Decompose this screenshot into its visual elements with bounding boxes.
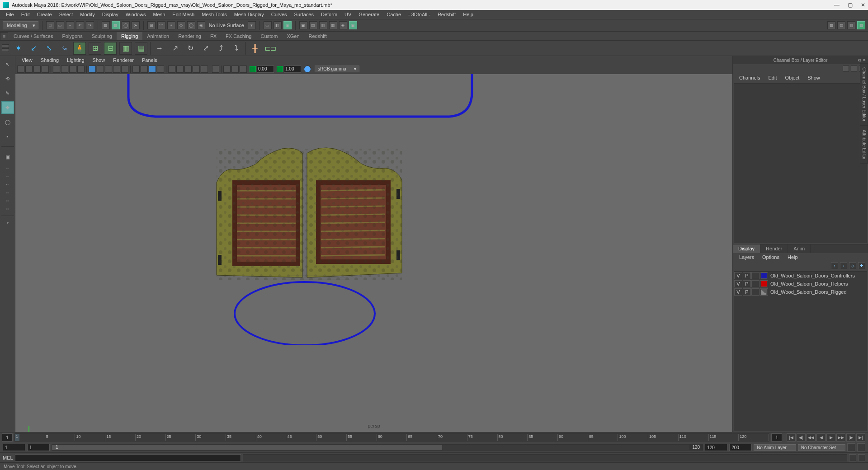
render-view-icon[interactable]: ▣	[349, 21, 357, 29]
vp-menu-lighting[interactable]: Lighting	[63, 57, 88, 63]
ik-spline-icon[interactable]: ⤡	[42, 42, 55, 55]
2d-pan-icon[interactable]	[42, 66, 49, 73]
shelf-tab-animation[interactable]: Animation	[142, 32, 174, 40]
menu-display[interactable]: Display	[99, 12, 122, 17]
shadows-icon[interactable]	[121, 66, 128, 73]
ipr-icon[interactable]: ▤	[309, 21, 317, 29]
cluster-icon[interactable]: ⊏⊐	[264, 42, 277, 55]
batch-icon[interactable]: ▥	[319, 21, 327, 29]
box2-icon[interactable]	[231, 66, 239, 73]
vp-menu-shading[interactable]: Shading	[37, 57, 62, 63]
wireframe-icon[interactable]	[89, 66, 96, 73]
layer-extra[interactable]	[751, 288, 760, 296]
range-end-input[interactable]	[729, 444, 752, 451]
range-slider[interactable]: 1 120	[52, 444, 703, 451]
hypershade-icon[interactable]: ◈	[339, 21, 347, 29]
depth-of-field-icon[interactable]	[193, 66, 200, 73]
layout-more-icon[interactable]: ▾	[2, 220, 14, 226]
layer-tab-anim[interactable]: Anim	[788, 244, 811, 253]
menu-select[interactable]: Select	[56, 12, 76, 17]
constraint-pole-icon[interactable]: ⤵	[230, 42, 243, 55]
render-icon[interactable]: ◉	[283, 21, 292, 29]
ik-handle-icon[interactable]: ↙	[27, 42, 40, 55]
range-in-input[interactable]	[27, 444, 50, 451]
maximize-button[interactable]: ▢	[848, 2, 853, 8]
menu-generate[interactable]: Generate	[355, 12, 382, 17]
shelf-tab-xgen[interactable]: XGen	[282, 32, 304, 40]
ao-icon[interactable]	[168, 66, 175, 73]
layer-row[interactable]: V P Old_Wood_Saloon_Doors_Helpers	[734, 280, 867, 288]
layout-4-icon[interactable]: ▫▫	[2, 189, 14, 196]
menu-surfaces[interactable]: Surfaces	[291, 12, 317, 17]
layer-extra[interactable]	[751, 280, 760, 287]
menu-modify[interactable]: Modify	[77, 12, 98, 17]
current-frame-end[interactable]: 1	[771, 433, 782, 442]
layer-tab-render[interactable]: Render	[760, 244, 788, 253]
layer-list[interactable]: V P Old_Wood_Saloon_Doors_ControllersV P…	[734, 271, 867, 431]
help-line-icon[interactable]	[858, 454, 865, 461]
menu-help[interactable]: Help	[460, 12, 476, 17]
layer-color[interactable]	[760, 288, 768, 296]
menu-redshift[interactable]: Redshift	[434, 12, 459, 17]
menu--dtoall-[interactable]: - 3DtoAll -	[405, 12, 434, 17]
play-fwd-icon[interactable]: ▶	[826, 433, 835, 442]
layer-color[interactable]	[760, 272, 768, 279]
cb-menu-show[interactable]: Show	[804, 75, 824, 80]
constraint-aim-icon[interactable]: ↗	[169, 42, 181, 55]
menu-mesh[interactable]: Mesh	[150, 12, 168, 17]
shelf-tab-redshift[interactable]: Redshift	[304, 32, 331, 40]
color-transform-dropdown[interactable]: sRGB gamma	[315, 66, 359, 72]
vp-menu-panels[interactable]: Panels	[138, 57, 161, 63]
undo-icon[interactable]: ↶	[76, 21, 84, 29]
cb-tool-2-icon[interactable]	[851, 66, 857, 72]
select-hl-icon[interactable]: ▦	[112, 21, 120, 29]
autokey-icon[interactable]	[847, 443, 855, 451]
use-lights-icon[interactable]	[113, 66, 120, 73]
range-start-input[interactable]	[3, 444, 25, 451]
play-back-icon[interactable]: ◀	[816, 433, 826, 442]
shelf-tab-custom[interactable]: Custom	[256, 32, 283, 40]
smooth-shade-icon[interactable]	[97, 66, 104, 73]
layout-single-icon[interactable]: ▣	[1, 150, 14, 163]
panel-layout-1-icon[interactable]: ▦	[827, 21, 835, 29]
cb-tool-1-icon[interactable]	[843, 66, 849, 72]
constraint-point-icon[interactable]: →	[153, 42, 166, 55]
layer-vis[interactable]: V	[734, 272, 742, 279]
layer-menu-options[interactable]: Options	[759, 254, 783, 260]
cube-icon[interactable]: ◧	[274, 21, 282, 29]
shelf-tab-fx-caching[interactable]: FX Caching	[221, 32, 256, 40]
construction-history-icon[interactable]: ▭	[264, 21, 272, 29]
multisample-icon[interactable]	[184, 66, 192, 73]
snap-grid-icon[interactable]: ⊞	[147, 21, 156, 29]
constraint-parent-icon[interactable]: ⤴	[215, 42, 227, 55]
textured-icon[interactable]	[105, 66, 112, 73]
joint-tool-icon[interactable]: ✶	[12, 42, 24, 55]
step-back-key-icon[interactable]: ◀|	[797, 433, 806, 442]
layer-menu-help[interactable]: Help	[784, 254, 802, 260]
lasso-icon[interactable]: ◯	[122, 21, 130, 29]
character-set-dropdown[interactable]: No Character Set	[798, 444, 845, 451]
shelf-tab-rendering[interactable]: Rendering	[174, 32, 206, 40]
command-input[interactable]	[15, 454, 241, 461]
snap-plane-icon[interactable]: ◇	[177, 21, 185, 29]
skin-bind-icon[interactable]: ⤿	[58, 42, 71, 55]
lattice-4-icon[interactable]: ▤	[135, 42, 147, 55]
shelf-tab-rigging[interactable]: Rigging	[117, 32, 142, 40]
shelf-tab-fx[interactable]: FX	[206, 32, 221, 40]
shelf-tab-curves-surfaces[interactable]: Curves / Surfaces	[9, 32, 57, 40]
vp-menu-view[interactable]: View	[18, 57, 36, 63]
layer-playback[interactable]: P	[743, 272, 751, 279]
menu-deform[interactable]: Deform	[318, 12, 340, 17]
layer-row[interactable]: V P Old_Wood_Saloon_Doors_Controllers	[734, 272, 867, 280]
lattice-1-icon[interactable]: ⊞	[89, 42, 101, 55]
shelf-toggle-icons[interactable]	[2, 44, 9, 52]
film-gate-icon[interactable]	[61, 66, 68, 73]
bookmark-icon[interactable]	[25, 66, 33, 73]
lasso-tool-icon[interactable]: ⟲	[1, 72, 14, 85]
step-fwd-key-icon[interactable]: |▶	[846, 433, 855, 442]
camera-select-icon[interactable]	[17, 66, 24, 73]
snap-point-icon[interactable]: •	[167, 21, 175, 29]
constraint-orient-icon[interactable]: ↻	[184, 42, 197, 55]
range-out-input[interactable]	[705, 444, 727, 451]
near-clip-input[interactable]	[257, 66, 274, 73]
